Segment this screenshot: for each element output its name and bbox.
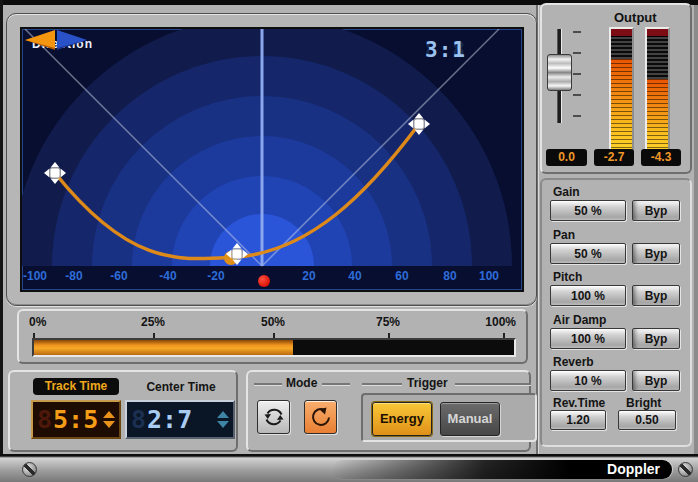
axis-label: -20 <box>194 269 238 283</box>
output-fader-handle[interactable] <box>547 54 572 91</box>
direction-arrows[interactable] <box>22 29 90 51</box>
axis-label: 80 <box>428 269 472 283</box>
param-label-air-damp: Air Damp <box>553 313 606 327</box>
trigger-rule-right <box>455 383 531 385</box>
center-time-spinner[interactable] <box>216 411 230 428</box>
axis-label: 60 <box>380 269 424 283</box>
meter-off-segments <box>611 37 632 59</box>
progress-label: 50% <box>261 315 285 329</box>
fader-value-readout[interactable]: 0.0 <box>546 149 587 166</box>
ratio-led-display[interactable]: 8:8 3:1 <box>416 37 466 63</box>
progress-bar <box>32 338 516 357</box>
fader-tick <box>573 73 581 75</box>
gain-value-button[interactable]: 50 % <box>550 200 626 221</box>
progress-label: 100% <box>485 315 516 329</box>
plugin-name-badge: Doppler <box>332 460 672 479</box>
air-damp-value-button[interactable]: 100 % <box>550 328 626 349</box>
window-right-edge <box>694 5 698 454</box>
meter-left-readout: -2.7 <box>594 149 634 166</box>
progress-fill <box>34 340 293 355</box>
spin-down-icon[interactable] <box>103 421 115 428</box>
center-time-label[interactable]: Center Time <box>136 380 226 394</box>
mode-label: Mode <box>286 376 317 390</box>
meter-off-segments <box>647 37 668 79</box>
output-panel: Output 0.0 -2.7 -4.3 <box>540 3 692 174</box>
track-time-ghost-digit: 8 <box>37 405 52 434</box>
trigger-label: Trigger <box>407 376 448 390</box>
param-label-rev-time: Rev.Time <box>553 396 605 410</box>
parameters-panel: Gain 50 % Byp Pan 50 % Byp Pitch 100 % B… <box>540 178 692 447</box>
times-panel: Track Time Center Time 8 5:5 8 2:7 <box>8 370 238 452</box>
axis-label: -100 <box>13 269 57 283</box>
bright-value-button[interactable]: 0.50 <box>618 410 676 430</box>
output-meter-right <box>645 27 670 153</box>
meter-level-fill <box>647 79 668 151</box>
spin-up-icon[interactable] <box>103 411 115 418</box>
mode-trigger-panel: Mode Trigger Energy Manual <box>246 370 531 452</box>
mode-one-shot-button[interactable] <box>304 400 337 434</box>
fader-tick <box>573 94 581 96</box>
direction-left-arrow-icon[interactable] <box>25 30 55 48</box>
param-label-reverb: Reverb <box>553 355 594 369</box>
track-time-spinner[interactable] <box>102 411 116 428</box>
trigger-box: Energy Manual <box>361 393 537 442</box>
param-label-pan: Pan <box>553 228 575 242</box>
axis-label: 100 <box>467 269 511 283</box>
pan-bypass-button[interactable]: Byp <box>632 243 680 264</box>
meter-right-readout: -4.3 <box>641 149 681 166</box>
reverb-value-button[interactable]: 10 % <box>550 370 626 391</box>
loop-arrows-icon <box>263 406 285 428</box>
output-label: Output <box>614 10 657 25</box>
air-damp-bypass-button[interactable]: Byp <box>632 328 680 349</box>
axis-label: -60 <box>97 269 141 283</box>
trigger-rule-left <box>362 383 402 385</box>
ratio-value: 3:1 <box>425 37 466 63</box>
spin-down-icon[interactable] <box>217 421 229 428</box>
trigger-energy-button[interactable]: Energy <box>372 402 432 436</box>
screw-icon <box>678 462 693 477</box>
track-time-led-display[interactable]: 8 5:5 <box>31 400 121 439</box>
output-meter-left <box>609 27 634 153</box>
trajectory-graphic <box>22 29 522 290</box>
meter-level-fill <box>611 59 632 151</box>
param-label-bright: Bright <box>626 396 661 410</box>
pan-value-button[interactable]: 50 % <box>550 243 626 264</box>
progress-label: 0% <box>29 315 46 329</box>
meter-clip-segment <box>647 29 668 37</box>
listener-position-dot <box>258 275 270 287</box>
meter-clip-segment <box>611 29 632 37</box>
window-left-edge <box>0 0 3 456</box>
doppler-plugin-window: Direction 8:8 3:1 -100 -80 -60 -40 -20 2… <box>0 0 698 482</box>
track-time-label[interactable]: Track Time <box>33 378 119 395</box>
axis-label: -40 <box>146 269 190 283</box>
param-label-pitch: Pitch <box>553 270 582 284</box>
pitch-bypass-button[interactable]: Byp <box>632 285 680 306</box>
gain-bypass-button[interactable]: Byp <box>632 200 680 221</box>
trigger-manual-button[interactable]: Manual <box>440 402 500 436</box>
track-time-value: 5:5 <box>53 405 102 434</box>
axis-label: 20 <box>287 269 331 283</box>
mode-loop-button[interactable] <box>257 400 290 434</box>
fader-tick <box>573 52 581 54</box>
progress-label: 25% <box>141 315 165 329</box>
one-shot-arrow-icon <box>310 406 332 428</box>
mode-rule-left <box>254 383 282 385</box>
center-time-led-display[interactable]: 8 2:7 <box>125 400 235 439</box>
fader-tick <box>573 115 581 117</box>
mode-rule-right <box>322 383 350 385</box>
bottom-strip: Doppler <box>0 454 698 482</box>
fader-tick <box>573 31 581 33</box>
cycle-progress-panel: 0% 25% 50% 75% 100% <box>17 309 528 364</box>
axis-label: -80 <box>52 269 96 283</box>
direction-right-arrow-icon[interactable] <box>57 30 87 48</box>
screw-icon <box>22 462 37 477</box>
reverb-bypass-button[interactable]: Byp <box>632 370 680 391</box>
param-label-gain: Gain <box>553 185 580 199</box>
rev-time-value-button[interactable]: 1.20 <box>550 410 606 430</box>
spin-up-icon[interactable] <box>217 411 229 418</box>
center-time-ghost-digit: 8 <box>131 405 146 434</box>
progress-label: 75% <box>376 315 400 329</box>
pitch-value-button[interactable]: 100 % <box>550 285 626 306</box>
axis-label: 40 <box>333 269 377 283</box>
trajectory-display[interactable]: Direction 8:8 3:1 -100 -80 -60 -40 -20 2… <box>20 27 524 292</box>
